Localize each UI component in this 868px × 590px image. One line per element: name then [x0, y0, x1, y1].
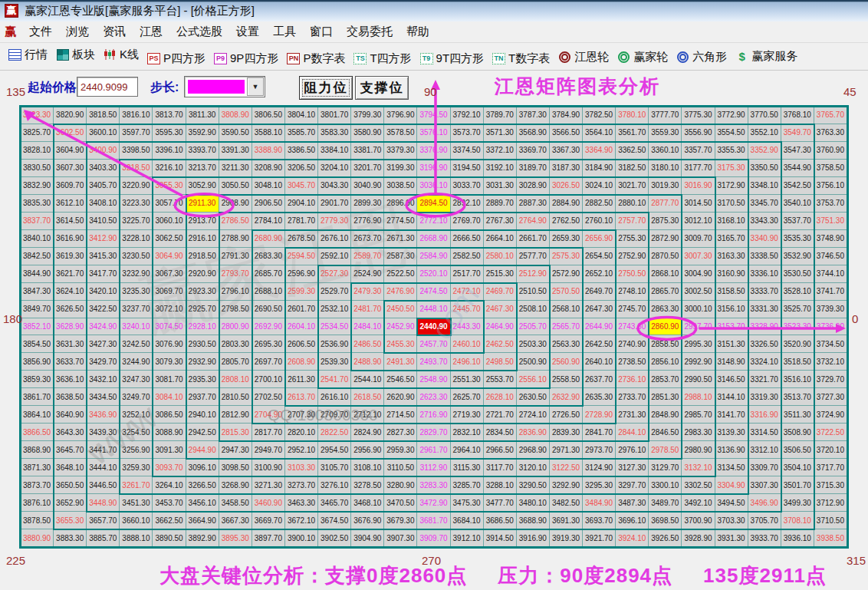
angle-label-270: 270 — [422, 554, 441, 567]
matrix-cell: 2584.90 — [417, 248, 450, 265]
matrix-cell: 2587.30 — [384, 248, 417, 265]
toolbar-button-sector-blocks[interactable]: 板块 — [55, 48, 95, 62]
resistance-button[interactable]: 阻力位 — [299, 76, 353, 100]
matrix-cell: 2517.70 — [451, 265, 484, 283]
matrix-cell: 3607.30 — [54, 160, 87, 177]
matrix-cell: 3386.50 — [285, 142, 318, 160]
matrix-cell: 3398.50 — [120, 142, 153, 160]
matrix-cell: 3225.70 — [120, 213, 153, 230]
menu-item-7[interactable]: 工具 — [266, 22, 303, 40]
matrix-cell: 2467.30 — [484, 301, 517, 318]
toolbar-label: 赢家轮 — [633, 50, 668, 64]
matrix-cell: 2457.70 — [417, 335, 450, 353]
matrix-cell: 3739.30 — [814, 301, 847, 318]
matrix-cell: 3540.10 — [781, 195, 814, 213]
matrix-cell: 3573.70 — [451, 124, 484, 142]
matrix-cell: 2817.70 — [252, 424, 285, 441]
matrix-cell: 3084.10 — [153, 388, 186, 406]
combo-dropdown-button[interactable]: ▼ — [247, 77, 264, 96]
matrix-cell: 3278.50 — [351, 476, 384, 494]
matrix-cell: 2901.70 — [318, 195, 351, 213]
toolbar-button-9t-square[interactable]: T99T四方形 — [419, 51, 485, 66]
matrix-cell: 2781.70 — [285, 213, 318, 230]
toolbar-button-candlestick[interactable]: K线 — [103, 48, 139, 62]
matrix-cell: 3304.90 — [715, 476, 748, 494]
start-price-input[interactable] — [77, 77, 138, 97]
matrix-cell: 2906.50 — [252, 195, 285, 213]
matrix-cell: 3177.70 — [682, 160, 715, 177]
matrix-cell: 2798.50 — [219, 301, 252, 318]
toolbar-button-p-square[interactable]: PSP四方形 — [146, 51, 205, 66]
matrix-cell: 3230.50 — [120, 248, 153, 265]
matrix-cell: 3568.90 — [517, 124, 550, 142]
menu-item-2[interactable]: 浏览 — [59, 22, 96, 40]
toolbar-button-gann-wheel[interactable]: 江恩轮 — [557, 50, 609, 64]
menu-item-4[interactable]: 江恩 — [133, 22, 169, 40]
toolbar-button-9p-square[interactable]: P99P四方形 — [213, 51, 278, 66]
matrix-cell: 2498.50 — [484, 353, 517, 371]
matrix-cell: 3148.90 — [715, 353, 748, 371]
matrix-cell: 3420.10 — [87, 283, 120, 301]
matrix-cell: 3876.10 — [21, 494, 54, 512]
toolbar-label: 江恩轮 — [574, 50, 609, 64]
matrix-cell: 3909.70 — [417, 529, 450, 547]
sector-blocks-icon — [55, 48, 70, 61]
matrix-cell: 3031.30 — [484, 177, 517, 195]
matrix-cell: 2810.50 — [219, 388, 252, 406]
matrix-cell: 3662.50 — [153, 512, 186, 529]
toolbar-button-quotes-table[interactable]: 行情 — [8, 48, 48, 62]
matrix-cell: 2800.90 — [219, 318, 252, 336]
matrix-cell: 2508.10 — [517, 301, 550, 318]
menu-item-8[interactable]: 窗口 — [303, 22, 340, 40]
matrix-cell: 3513.70 — [781, 388, 814, 406]
matrix-cell: 3012.10 — [682, 213, 715, 230]
matrix-cell: 2611.30 — [285, 371, 318, 388]
matrix-cell: 2870.50 — [649, 248, 682, 265]
toolbar-button-t-square[interactable]: TST四方形 — [353, 51, 411, 66]
matrix-cell: 2637.70 — [583, 371, 616, 388]
matrix-cell: 2920.90 — [186, 265, 219, 283]
support-button[interactable]: 支撑位 — [355, 76, 409, 100]
menu-item-5[interactable]: 公式选股 — [169, 22, 229, 40]
matrix-cell: 3691.30 — [550, 512, 583, 529]
matrix-cell: 2589.70 — [351, 248, 384, 265]
matrix-cell: 2697.70 — [252, 353, 285, 371]
menu-item-3[interactable]: 资讯 — [96, 22, 133, 40]
matrix-cell: 3360.10 — [649, 142, 682, 160]
matrix-cell: 3818.50 — [87, 107, 120, 124]
matrix-cell: 3444.10 — [87, 459, 120, 476]
matrix-cell: 2570.50 — [550, 283, 583, 301]
matrix-cell: 3470.50 — [384, 494, 417, 512]
matrix-cell: 3727.30 — [814, 388, 847, 406]
matrix-cell: 3285.70 — [451, 476, 484, 494]
toolbar-button-hexagon[interactable]: 六角形 — [676, 50, 727, 64]
matrix-cell: 3132.10 — [682, 459, 715, 476]
matrix-cell: 3410.50 — [87, 213, 120, 230]
matrix-cell: 3530.50 — [781, 265, 814, 283]
matrix-cell: 3388.90 — [252, 142, 285, 160]
matrix-cell: 3336.10 — [748, 265, 781, 283]
menu-item-9[interactable]: 交易委托 — [340, 22, 399, 40]
matrix-cell: 2505.70 — [517, 318, 550, 336]
matrix-cell: 2884.90 — [550, 195, 583, 213]
toolbar-button-winner-service[interactable]: $赢家服务 — [735, 49, 797, 64]
matrix-cell: 3583.30 — [318, 124, 351, 142]
toolbar-button-winner-wheel[interactable]: 赢家轮 — [616, 50, 668, 64]
gann-wheel-icon — [557, 51, 572, 64]
menu-item-10[interactable]: 帮助 — [399, 22, 436, 40]
menu-item-6[interactable]: 设置 — [229, 22, 266, 40]
step-label: 步长: — [150, 80, 179, 96]
matrix-cell: 2925.70 — [186, 301, 219, 318]
matrix-cell: 2743.30 — [616, 318, 649, 336]
matrix-cell: 3055.30 — [153, 177, 186, 195]
matrix-cell: 3628.90 — [54, 318, 87, 336]
step-combobox[interactable]: ▼ — [184, 76, 265, 97]
menu-item-1[interactable]: 文件 — [22, 22, 59, 40]
toolbar-button-p-number-table[interactable]: PNP数字表 — [286, 51, 345, 66]
matrix-cell: 2496.10 — [451, 353, 484, 371]
matrix-cell: 3048.10 — [252, 177, 285, 195]
quotes-table-icon — [8, 48, 22, 61]
matrix-cell: 2486.50 — [351, 335, 384, 353]
matrix-cell-highlight: 2860.90 — [649, 318, 682, 336]
toolbar-button-t-number-table[interactable]: TNT数字表 — [492, 51, 550, 66]
